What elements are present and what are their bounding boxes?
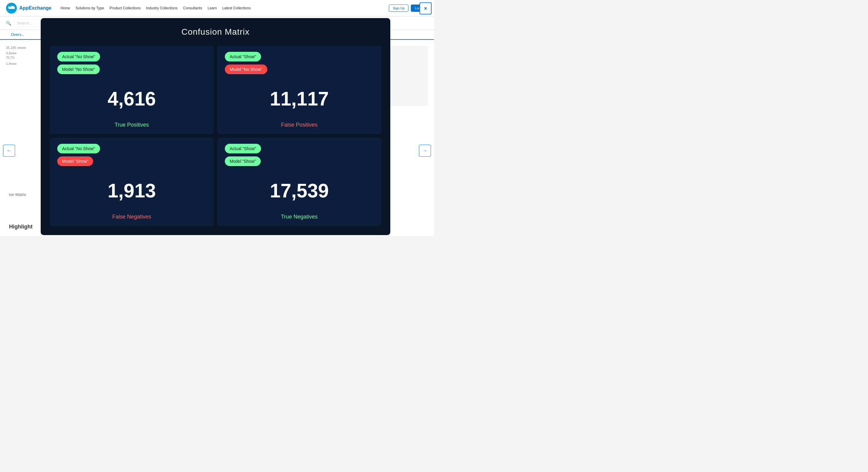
matrix-grid: Actual "No Show" Model "No Show" 4,616 T… [50, 46, 381, 226]
bg-sidebar: 35,185 4,6 70.7% 1,9 [6, 46, 42, 106]
cell-value-fn: 1,913 [107, 169, 156, 212]
cell-content-tn: 17,539 True Negatives [225, 169, 374, 220]
nav-consultants[interactable]: Consultants [183, 6, 202, 10]
cell-tags-tp: Actual "No Show" Model "No Show" [57, 52, 206, 74]
tab-overview[interactable]: Overv... [6, 30, 29, 40]
tag-actual-no-show-fn: Actual "No Show" [57, 144, 100, 153]
cell-value-tp: 4,616 [107, 77, 156, 120]
tag-model-no-show-tp: Model "No Show" [57, 64, 100, 74]
cell-false-negatives: Actual "No Show" Model "Show" 1,913 Fals… [50, 138, 214, 226]
modal-title: Confusion Matrix [50, 27, 381, 37]
signup-button[interactable]: Sign Up [389, 4, 408, 12]
cell-value-tn: 17,539 [270, 169, 329, 212]
tag-actual-show-tn: Actual "Show" [225, 144, 261, 153]
cell-label-tn: True Negatives [281, 214, 317, 220]
cell-content-tp: 4,616 True Positives [57, 77, 206, 128]
cell-true-negatives: Actual "Show" Model "Show" 17,539 True N… [217, 138, 381, 226]
tag-model-show-tn: Model "Show" [225, 156, 261, 166]
prev-arrow-button[interactable]: ← [3, 145, 15, 157]
bg-header: AppExchange Home Solutions by Type Produ… [0, 0, 434, 17]
tag-actual-no-show-tp: Actual "No Show" [57, 52, 100, 62]
nav-latest[interactable]: Latest Collections [222, 6, 251, 10]
bg-highlights-label: Highlight [9, 224, 33, 230]
tag-actual-show-fp: Actual "Show" [225, 52, 261, 62]
cell-label-fn: False Negatives [112, 214, 151, 220]
nav-solutions[interactable]: Solutions by Type [76, 6, 104, 10]
cell-value-fp: 11,117 [270, 77, 329, 120]
cell-tags-tn: Actual "Show" Model "Show" [225, 144, 374, 166]
next-arrow-button[interactable]: → [419, 145, 431, 157]
close-button[interactable]: × [420, 2, 432, 14]
bg-logo: AppExchange [6, 3, 52, 13]
nav-product[interactable]: Product Collections [110, 6, 141, 10]
nav-home[interactable]: Home [61, 6, 70, 10]
search-icon: 🔍 [6, 21, 11, 26]
cell-label-tp: True Positives [115, 122, 149, 128]
nav-industry[interactable]: Industry Collections [146, 6, 178, 10]
confusion-matrix-modal: Confusion Matrix Actual "No Show" Model … [41, 18, 390, 235]
cell-true-positives: Actual "No Show" Model "No Show" 4,616 T… [50, 46, 214, 134]
cell-label-fp: False Positives [281, 122, 317, 128]
salesforce-logo [6, 3, 17, 13]
bg-navigation: Home Solutions by Type Product Collectio… [61, 6, 251, 10]
cell-tags-fp: Actual "Show" Model "No Show" [225, 52, 374, 74]
cell-content-fp: 11,117 False Positives [225, 77, 374, 128]
tag-model-no-show-fp: Model "No Show" [225, 64, 267, 74]
cell-content-fn: 1,913 False Negatives [57, 169, 206, 220]
tag-model-show-fn: Model "Show" [57, 156, 93, 166]
appexchange-brand: AppExchange [19, 5, 52, 11]
bg-matrix-label: ion Matrix [9, 192, 26, 197]
cell-false-positives: Actual "Show" Model "No Show" 11,117 Fal… [217, 46, 381, 134]
cell-tags-fn: Actual "No Show" Model "Show" [57, 144, 206, 166]
nav-learn[interactable]: Learn [208, 6, 217, 10]
